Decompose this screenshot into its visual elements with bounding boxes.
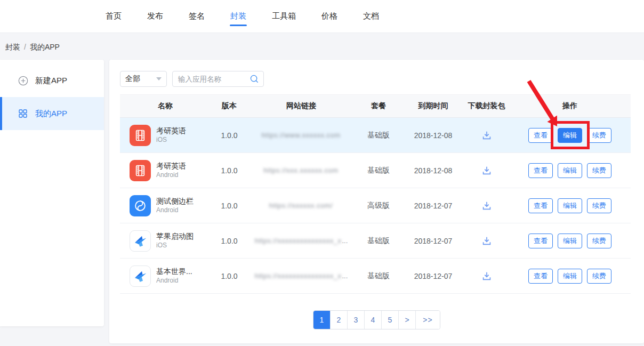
app-platform: Android bbox=[156, 206, 194, 214]
app-link-blurred: https://xxx.xxxxxx.com bbox=[263, 166, 338, 174]
app-name: 苹果启动图 bbox=[156, 232, 194, 242]
app-version: 1.0.0 bbox=[211, 272, 248, 280]
search-box bbox=[172, 71, 264, 87]
app-name: 考研英语 bbox=[156, 126, 186, 136]
app-platform: iOS bbox=[156, 136, 186, 144]
renew-button[interactable]: 续费 bbox=[587, 234, 611, 248]
search-icon[interactable] bbox=[249, 74, 259, 84]
breadcrumb-my-app: 我的APP bbox=[30, 43, 60, 51]
col-actions: 操作 bbox=[509, 101, 631, 111]
page-4[interactable]: 4 bbox=[365, 311, 382, 329]
pagination: 1 2 3 4 5 > >> bbox=[109, 310, 644, 329]
category-dropdown[interactable]: 全部 bbox=[120, 71, 167, 87]
table-row: 基本世界... Android 1.0.0 https://xxxxxxxxxx… bbox=[120, 259, 631, 294]
app-expiry: 2018-12-08 bbox=[402, 131, 464, 140]
app-version: 1.0.0 bbox=[211, 131, 248, 140]
renew-button[interactable]: 续费 bbox=[587, 198, 611, 213]
app-expiry: 2018-12-07 bbox=[402, 202, 464, 210]
app-platform: Android bbox=[156, 171, 186, 179]
app-expiry: 2018-12-08 bbox=[402, 166, 464, 175]
table-row: 苹果启动图 iOS 1.0.0 https://xxxxxxxxxxxxxxx_… bbox=[120, 223, 631, 259]
nav-item-docs[interactable]: 文档 bbox=[363, 0, 379, 33]
download-tray-icon[interactable] bbox=[480, 199, 494, 212]
view-button[interactable]: 查看 bbox=[528, 163, 553, 178]
app-expiry: 2018-12-07 bbox=[402, 272, 464, 280]
renew-button[interactable]: 续费 bbox=[587, 128, 611, 143]
nav-item-signature[interactable]: 签名 bbox=[189, 0, 205, 33]
plus-circle-icon bbox=[18, 75, 28, 86]
app-link: https://xxxxxxxxxxxxxxx_x... bbox=[248, 272, 355, 280]
sidebar-item-my-app[interactable]: 我的APP bbox=[0, 97, 104, 130]
col-link: 网站链接 bbox=[248, 101, 355, 111]
grid-icon bbox=[18, 108, 28, 119]
app-link-blurred: https://xxxxxxxxxxxxxxx_x bbox=[255, 272, 342, 280]
paper-bird-icon bbox=[130, 265, 151, 287]
view-button[interactable]: 查看 bbox=[528, 198, 553, 213]
top-navigation: 首页 发布 签名 封装 工具箱 价格 文档 bbox=[0, 0, 644, 33]
app-plan: 基础版 bbox=[355, 236, 402, 246]
edit-button[interactable]: 编辑 bbox=[558, 198, 582, 213]
next-page-button[interactable]: > bbox=[399, 311, 416, 329]
app-link-blurred: https://www.xxxxxx.com bbox=[261, 131, 340, 139]
renew-button[interactable]: 续费 bbox=[587, 163, 611, 178]
app-version: 1.0.0 bbox=[211, 202, 248, 210]
download-tray-icon[interactable] bbox=[480, 270, 494, 283]
download-tray-icon[interactable] bbox=[480, 235, 494, 247]
app-name: 考研英语 bbox=[156, 162, 186, 171]
nav-item-toolbox[interactable]: 工具箱 bbox=[272, 0, 296, 33]
app-link: https://xxx.xxxxxx.com bbox=[248, 166, 355, 174]
app-version: 1.0.0 bbox=[211, 166, 248, 175]
view-button[interactable]: 查看 bbox=[528, 128, 553, 143]
app-link: https://xxxxxxxxxxxxxxx_x... bbox=[248, 237, 355, 245]
app-version: 1.0.0 bbox=[211, 237, 248, 245]
app-expiry: 2018-12-07 bbox=[402, 237, 464, 245]
page-3[interactable]: 3 bbox=[348, 311, 365, 329]
page-2[interactable]: 2 bbox=[331, 311, 348, 329]
app-platform: Android bbox=[156, 277, 192, 285]
download-tray-icon[interactable] bbox=[480, 129, 494, 142]
nav-item-publish[interactable]: 发布 bbox=[147, 0, 163, 33]
paper-bird-icon bbox=[130, 230, 151, 252]
app-link-blurred: https://xxxxxx.com/ bbox=[269, 202, 333, 210]
download-tray-icon[interactable] bbox=[480, 164, 494, 177]
table-row: 考研英语 iOS 1.0.0 https://www.xxxxxx.com 基础… bbox=[120, 118, 631, 153]
breadcrumb: 封装/我的APP bbox=[5, 43, 60, 52]
last-page-button[interactable]: >> bbox=[416, 311, 440, 329]
app-name: 测试侧边栏 bbox=[156, 197, 194, 206]
nav-item-price[interactable]: 价格 bbox=[321, 0, 337, 33]
edit-button[interactable]: 编辑 bbox=[558, 128, 582, 143]
app-link-suffix: ... bbox=[342, 237, 348, 245]
app-plan: 高级版 bbox=[355, 201, 402, 211]
app-plan: 基础版 bbox=[355, 131, 402, 140]
app-platform: iOS bbox=[156, 242, 194, 250]
col-name: 名称 bbox=[120, 101, 211, 111]
breadcrumb-package[interactable]: 封装 bbox=[5, 43, 20, 51]
sidebar-item-new-app[interactable]: 新建APP bbox=[0, 64, 104, 97]
breadcrumb-separator: / bbox=[24, 43, 26, 51]
sidebar-item-label: 新建APP bbox=[35, 76, 67, 86]
category-dropdown-value: 全部 bbox=[125, 74, 140, 84]
app-table: 名称 版本 网站链接 套餐 到期时间 下载封装包 操作 考研英语 iOS 1.0… bbox=[120, 94, 631, 294]
caret-down-icon bbox=[156, 77, 162, 81]
app-link: https://xxxxxx.com/ bbox=[248, 202, 355, 210]
page-1[interactable]: 1 bbox=[313, 311, 331, 329]
app-link-blurred: https://xxxxxxxxxxxxxxx_x bbox=[255, 237, 342, 245]
s-circle-icon bbox=[130, 195, 151, 216]
film-icon bbox=[130, 160, 151, 181]
sidebar: 新建APP 我的APP bbox=[0, 60, 104, 326]
view-button[interactable]: 查看 bbox=[528, 234, 553, 248]
edit-button[interactable]: 编辑 bbox=[558, 234, 582, 248]
app-plan: 基础版 bbox=[355, 166, 402, 175]
search-input[interactable] bbox=[178, 75, 249, 83]
sidebar-item-label: 我的APP bbox=[35, 109, 67, 119]
app-link-suffix: ... bbox=[342, 272, 348, 280]
nav-item-package[interactable]: 封装 bbox=[230, 0, 246, 33]
nav-item-home[interactable]: 首页 bbox=[106, 0, 122, 33]
page-5[interactable]: 5 bbox=[382, 311, 399, 329]
renew-button[interactable]: 续费 bbox=[587, 269, 611, 284]
col-download: 下载封装包 bbox=[464, 101, 509, 111]
col-version: 版本 bbox=[211, 101, 248, 111]
edit-button[interactable]: 编辑 bbox=[558, 269, 582, 284]
view-button[interactable]: 查看 bbox=[528, 269, 553, 284]
edit-button[interactable]: 编辑 bbox=[558, 163, 582, 178]
